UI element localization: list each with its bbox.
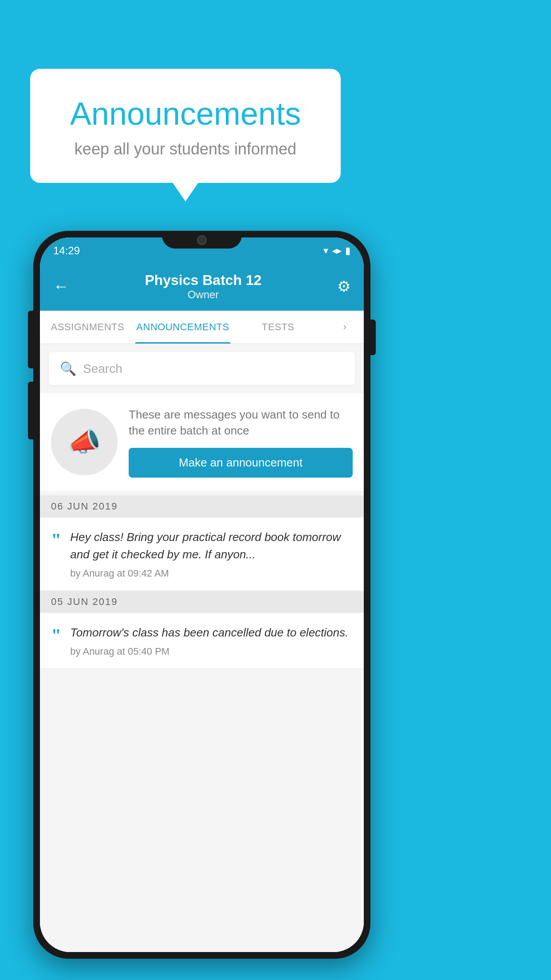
tab-assignments[interactable]: ASSIGNMENTS	[40, 311, 135, 344]
tab-bar: ASSIGNMENTS ANNOUNCEMENTS TESTS ›	[40, 311, 364, 344]
status-time: 14:29	[53, 245, 80, 257]
announcement-item-1[interactable]: " Hey class! Bring your practical record…	[40, 518, 364, 591]
status-icons: ▾ ◂▸ ▮	[323, 245, 350, 257]
phone-screen-area: 14:29 ▾ ◂▸ ▮ ← Physics Batch 12 Owner ⚙	[40, 237, 364, 952]
tab-more[interactable]: ›	[326, 311, 364, 344]
date-separator-2: 05 JUN 2019	[40, 591, 364, 613]
megaphone-icon: 📣	[68, 426, 101, 458]
phone-notch	[162, 231, 242, 249]
header-subtitle: Owner	[145, 288, 261, 301]
settings-icon[interactable]: ⚙	[337, 277, 350, 295]
announcement-text-2: Tomorrow's class has been cancelled due …	[70, 624, 353, 641]
quote-icon-1: "	[51, 531, 61, 549]
signal-icon: ◂▸	[332, 245, 342, 257]
tab-announcements[interactable]: ANNOUNCEMENTS	[135, 311, 231, 344]
announcement-meta-1: by Anurag at 09:42 AM	[70, 568, 353, 579]
tab-tests[interactable]: TESTS	[230, 311, 326, 344]
speech-bubble: Announcements keep all your students inf…	[30, 69, 341, 183]
announcement-meta-2: by Anurag at 05:40 PM	[70, 646, 353, 657]
promo-right-content: These are messages you want to send to t…	[129, 407, 353, 478]
date-separator-1: 06 JUN 2019	[40, 495, 364, 518]
battery-icon: ▮	[345, 245, 350, 257]
phone-outer-shell: 14:29 ▾ ◂▸ ▮ ← Physics Batch 12 Owner ⚙	[33, 231, 370, 959]
header-title: Physics Batch 12	[145, 272, 261, 288]
announcement-item-2[interactable]: " Tomorrow's class has been cancelled du…	[40, 613, 364, 669]
search-icon: 🔍	[60, 361, 76, 376]
bubble-title: Announcements	[52, 95, 319, 132]
announcement-promo-section: 📣 These are messages you want to send to…	[40, 393, 364, 491]
speech-bubble-card: Announcements keep all your students inf…	[30, 69, 341, 183]
quote-icon-2: "	[51, 626, 61, 645]
phone-device: 14:29 ▾ ◂▸ ▮ ← Physics Batch 12 Owner ⚙	[33, 231, 370, 959]
announcement-content-2: Tomorrow's class has been cancelled due …	[70, 624, 353, 657]
search-bar[interactable]: 🔍 Search	[49, 352, 355, 385]
promo-description: These are messages you want to send to t…	[129, 407, 353, 439]
back-button[interactable]: ←	[53, 277, 69, 296]
camera-cutout	[197, 235, 207, 245]
search-placeholder: Search	[83, 362, 122, 376]
announcement-content-1: Hey class! Bring your practical record b…	[70, 529, 353, 579]
announcement-text-1: Hey class! Bring your practical record b…	[70, 529, 353, 563]
app-header: ← Physics Batch 12 Owner ⚙	[40, 262, 364, 311]
bubble-subtitle: keep all your students informed	[52, 140, 319, 158]
phone-screen: 14:29 ▾ ◂▸ ▮ ← Physics Batch 12 Owner ⚙	[40, 237, 364, 952]
scrollable-content: 🔍 Search 📣 These are messages you want t…	[40, 344, 364, 952]
wifi-icon: ▾	[323, 245, 328, 257]
header-center: Physics Batch 12 Owner	[145, 272, 261, 301]
promo-icon-circle: 📣	[51, 409, 118, 475]
make-announcement-button[interactable]: Make an announcement	[129, 448, 353, 478]
